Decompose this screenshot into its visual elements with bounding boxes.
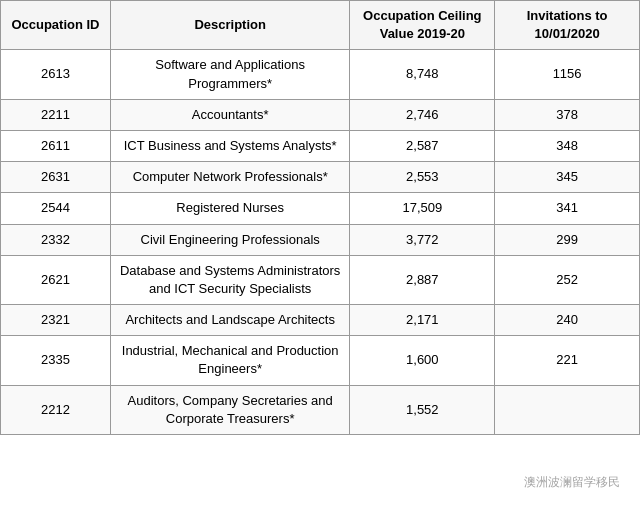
cell-description: Accountants* [110, 99, 350, 130]
header-description: Description [110, 1, 350, 50]
table-row: 2611ICT Business and Systems Analysts*2,… [1, 130, 640, 161]
cell-description: Industrial, Mechanical and Production En… [110, 336, 350, 385]
cell-description: Computer Network Professionals* [110, 162, 350, 193]
cell-invitations [495, 385, 640, 434]
cell-occupation-id: 2613 [1, 50, 111, 99]
cell-invitations: 252 [495, 255, 640, 304]
table-row: 2335Industrial, Mechanical and Productio… [1, 336, 640, 385]
watermark: 澳洲波澜留学移民 [524, 474, 620, 491]
cell-invitations: 221 [495, 336, 640, 385]
cell-invitations: 240 [495, 305, 640, 336]
table-row: 2544Registered Nurses17,509341 [1, 193, 640, 224]
cell-description: Software and Applications Programmers* [110, 50, 350, 99]
cell-occupation-id: 2332 [1, 224, 111, 255]
cell-ceiling: 2,553 [350, 162, 495, 193]
cell-occupation-id: 2321 [1, 305, 111, 336]
table-row: 2631Computer Network Professionals*2,553… [1, 162, 640, 193]
cell-invitations: 378 [495, 99, 640, 130]
cell-occupation-id: 2211 [1, 99, 111, 130]
table-row: 2613Software and Applications Programmer… [1, 50, 640, 99]
cell-ceiling: 2,746 [350, 99, 495, 130]
cell-occupation-id: 2335 [1, 336, 111, 385]
cell-occupation-id: 2544 [1, 193, 111, 224]
header-ceiling: Occupation Ceiling Value 2019-20 [350, 1, 495, 50]
cell-description: Auditors, Company Secretaries and Corpor… [110, 385, 350, 434]
header-occupation-id: Occupation ID [1, 1, 111, 50]
cell-ceiling: 2,587 [350, 130, 495, 161]
occupation-table: Occupation ID Description Occupation Cei… [0, 0, 640, 435]
cell-ceiling: 2,887 [350, 255, 495, 304]
cell-description: Registered Nurses [110, 193, 350, 224]
table-row: 2621Database and Systems Administrators … [1, 255, 640, 304]
cell-ceiling: 17,509 [350, 193, 495, 224]
cell-invitations: 299 [495, 224, 640, 255]
cell-description: Architects and Landscape Architects [110, 305, 350, 336]
cell-invitations: 348 [495, 130, 640, 161]
table-row: 2321Architects and Landscape Architects2… [1, 305, 640, 336]
table-row: 2212Auditors, Company Secretaries and Co… [1, 385, 640, 434]
cell-ceiling: 8,748 [350, 50, 495, 99]
cell-occupation-id: 2621 [1, 255, 111, 304]
cell-invitations: 1156 [495, 50, 640, 99]
table-row: 2332Civil Engineering Professionals3,772… [1, 224, 640, 255]
cell-ceiling: 3,772 [350, 224, 495, 255]
cell-invitations: 341 [495, 193, 640, 224]
cell-description: ICT Business and Systems Analysts* [110, 130, 350, 161]
cell-ceiling: 2,171 [350, 305, 495, 336]
table-row: 2211Accountants*2,746378 [1, 99, 640, 130]
cell-description: Civil Engineering Professionals [110, 224, 350, 255]
cell-occupation-id: 2631 [1, 162, 111, 193]
cell-ceiling: 1,552 [350, 385, 495, 434]
cell-occupation-id: 2611 [1, 130, 111, 161]
header-invitations: Invitations to 10/01/2020 [495, 1, 640, 50]
cell-ceiling: 1,600 [350, 336, 495, 385]
cell-occupation-id: 2212 [1, 385, 111, 434]
cell-invitations: 345 [495, 162, 640, 193]
cell-description: Database and Systems Administrators and … [110, 255, 350, 304]
